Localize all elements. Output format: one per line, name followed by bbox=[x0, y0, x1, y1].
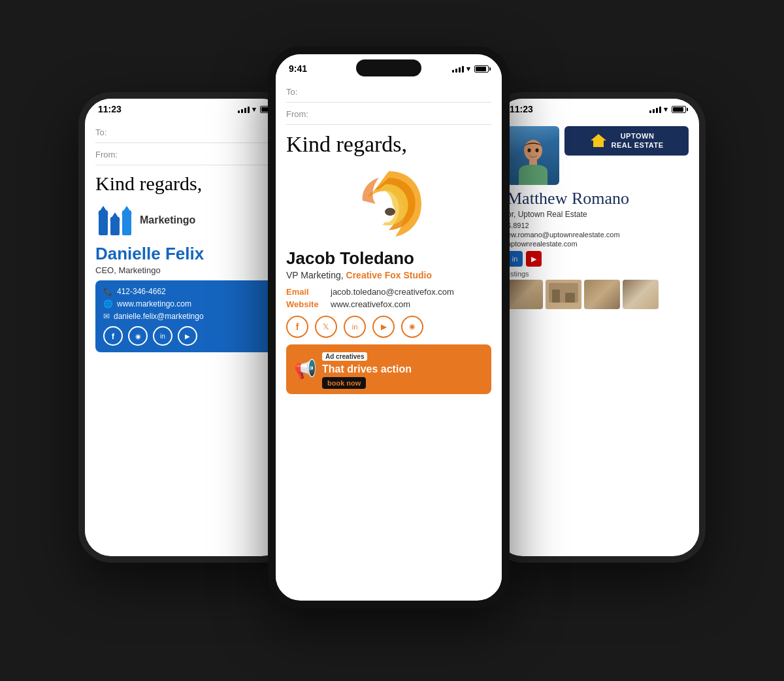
name-right: Matthew Romano bbox=[507, 189, 689, 208]
svg-marker-1 bbox=[98, 206, 108, 214]
social-icons-left: f ◉ in ▶ bbox=[103, 326, 269, 346]
svg-point-7 bbox=[385, 208, 395, 216]
ad-main-text: That drives action bbox=[322, 363, 412, 374]
uptown-line2: REAL ESTATE bbox=[611, 141, 663, 150]
svg-rect-15 bbox=[552, 290, 560, 303]
agent-photo-right bbox=[507, 126, 559, 185]
svg-marker-12 bbox=[591, 134, 606, 147]
svg-marker-3 bbox=[110, 212, 120, 220]
website-value-center: www.creativefox.com bbox=[331, 299, 410, 309]
uptown-line1: UPTOWN bbox=[611, 131, 663, 141]
email-contact-center: Email jacob.toledano@creativefox.com bbox=[286, 287, 491, 297]
website-right-val: uptownrealestate.com bbox=[507, 240, 689, 248]
listings-row-right bbox=[507, 280, 689, 309]
email-value-left: danielle.felix@marketingo bbox=[114, 312, 204, 321]
ad-book-btn[interactable]: book now bbox=[322, 377, 366, 389]
listings-label-right: listings bbox=[507, 270, 689, 278]
title-pre-center: VP Marketing, bbox=[286, 270, 346, 280]
logo-area-left: Marketingo bbox=[95, 201, 277, 240]
youtube-icon-center[interactable]: ▶ bbox=[372, 316, 395, 338]
status-icons-right: ▾ bbox=[649, 105, 686, 114]
email-to-center: To: bbox=[286, 82, 491, 103]
globe-icon-left: 🌐 bbox=[103, 299, 113, 308]
email-content-left: To: From: Kind regards, Marketingo Danie… bbox=[85, 117, 287, 551]
website-row-left: 🌐 www.marketingo.com bbox=[103, 299, 269, 308]
status-bar-left: 11:23 ▾ bbox=[85, 99, 287, 117]
time-right: 11:23 bbox=[510, 104, 533, 114]
status-icons-center: ▾ bbox=[452, 65, 489, 73]
phones-container: 11:23 ▾ To: From: Kind regards, bbox=[65, 27, 719, 654]
wifi-icon-center: ▾ bbox=[466, 65, 470, 73]
facebook-icon-center[interactable]: f bbox=[286, 316, 308, 338]
svg-marker-5 bbox=[122, 206, 132, 214]
youtube-icon-right[interactable]: ▶ bbox=[526, 251, 542, 267]
signal-icon-right bbox=[649, 105, 661, 113]
email-row-left: ✉ danielle.felix@marketingo bbox=[103, 312, 269, 321]
uptown-logo-right: UPTOWN REAL ESTATE bbox=[564, 126, 689, 156]
twitter-icon-center[interactable]: 𝕏 bbox=[315, 316, 337, 338]
time-center: 9:41 bbox=[289, 63, 307, 74]
contact-box-left: 📞 412-346-4662 🌐 www.marketingo.com ✉ da… bbox=[95, 280, 277, 352]
phone-left: 11:23 ▾ To: From: Kind regards, bbox=[78, 92, 294, 563]
email-value-center: jacob.toledano@creativefox.com bbox=[331, 287, 454, 297]
svg-rect-0 bbox=[99, 210, 108, 235]
phone-right-val: 6.8912 bbox=[507, 222, 689, 229]
greeting-left: Kind regards, bbox=[95, 172, 277, 195]
title-company-center: Creative Fox Studio bbox=[346, 270, 432, 280]
svg-point-11 bbox=[536, 148, 539, 152]
name-center: Jacob Toledano bbox=[286, 248, 491, 269]
megaphone-icon: 📢 bbox=[294, 358, 317, 380]
phone-right: 11:23 ▾ bbox=[490, 92, 706, 563]
instagram-icon-left[interactable]: ◉ bbox=[128, 326, 148, 346]
svg-point-10 bbox=[528, 148, 531, 152]
website-contact-center: Website www.creativefox.com bbox=[286, 299, 491, 309]
svg-rect-4 bbox=[122, 210, 131, 235]
email-from-left: From: bbox=[95, 144, 277, 165]
email-from-center: From: bbox=[286, 104, 491, 125]
facebook-icon-left[interactable]: f bbox=[103, 326, 123, 346]
status-bar-right: 11:23 ▾ bbox=[497, 99, 699, 117]
email-right-val: ew.romano@uptownrealestate.com bbox=[507, 231, 689, 239]
social-icons-center: f 𝕏 in ▶ ◉ bbox=[286, 316, 491, 338]
svg-rect-16 bbox=[565, 293, 575, 303]
fox-logo-area bbox=[286, 165, 491, 243]
phone-icon-left: 📞 bbox=[103, 287, 113, 296]
linkedin-icon-center[interactable]: in bbox=[344, 316, 366, 338]
website-label-center: Website bbox=[286, 299, 325, 309]
marketingo-text-left: Marketingo bbox=[140, 214, 195, 226]
dynamic-island bbox=[356, 59, 421, 76]
listing-2 bbox=[546, 280, 581, 309]
listing-img-2-svg bbox=[546, 280, 581, 309]
email-content-right: UPTOWN REAL ESTATE Matthew Romano or, Up… bbox=[497, 117, 699, 551]
youtube-icon-left[interactable]: ▶ bbox=[178, 326, 197, 346]
email-content-center: To: From: Kind regards, bbox=[276, 76, 502, 599]
email-icon-left: ✉ bbox=[103, 312, 110, 321]
signal-icon-center bbox=[452, 65, 464, 73]
battery-icon-right bbox=[672, 106, 686, 113]
listing-4 bbox=[623, 280, 659, 309]
marketingo-logo-svg bbox=[95, 201, 135, 240]
email-to-left: To: bbox=[95, 122, 277, 143]
wifi-icon-right: ▾ bbox=[664, 105, 668, 114]
ad-small-text: Ad creatives bbox=[322, 352, 367, 361]
role-right: or, Uptown Real Estate bbox=[507, 210, 689, 219]
fox-logo-svg bbox=[350, 165, 428, 243]
phone-row-left: 📞 412-346-4662 bbox=[103, 287, 269, 296]
instagram-icon-center[interactable]: ◉ bbox=[401, 316, 423, 338]
uptown-house-icon bbox=[589, 131, 608, 150]
name-left: Danielle Felix bbox=[95, 244, 277, 264]
time-left: 11:23 bbox=[98, 104, 122, 114]
social-icons-right: in ▶ bbox=[507, 251, 689, 267]
email-label-center: Email bbox=[286, 287, 325, 297]
agent-silhouette-svg bbox=[514, 136, 553, 185]
title-left: CEO, Marketingo bbox=[95, 265, 277, 275]
ad-banner[interactable]: 📢 Ad creatives That drives action book n… bbox=[286, 344, 491, 394]
ad-text-block: Ad creatives That drives action book now bbox=[322, 350, 483, 389]
title-center: VP Marketing, Creative Fox Studio bbox=[286, 270, 491, 280]
website-value-left: www.marketingo.com bbox=[117, 299, 191, 308]
photo-logo-row-right: UPTOWN REAL ESTATE bbox=[507, 126, 689, 185]
greeting-center: Kind regards, bbox=[286, 131, 491, 158]
linkedin-icon-left[interactable]: in bbox=[153, 326, 172, 346]
listing-3 bbox=[584, 280, 620, 309]
phone-value-left: 412-346-4662 bbox=[117, 287, 166, 296]
